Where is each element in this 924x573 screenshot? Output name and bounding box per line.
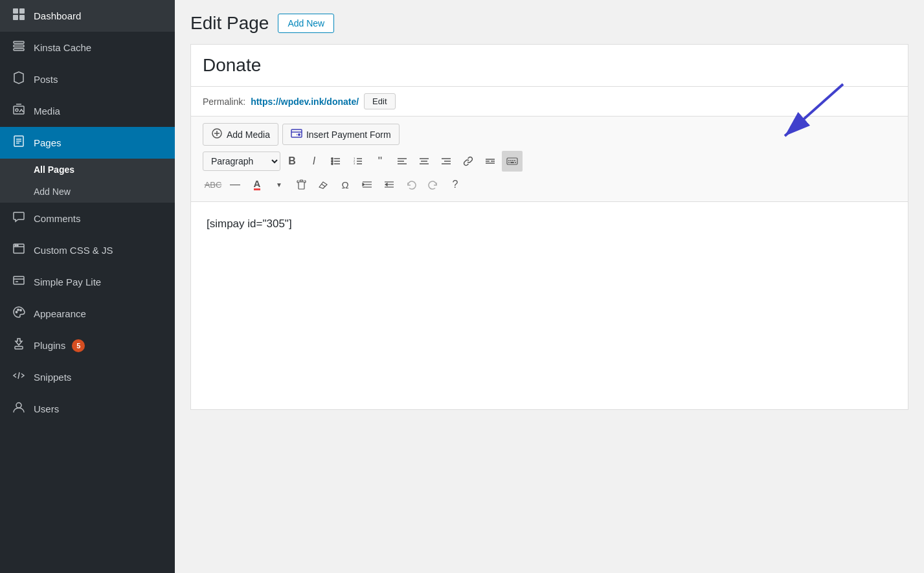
align-left-button[interactable] (392, 151, 412, 172)
permalink-bar: Permalink: https://wpdev.ink/donate/ Edi… (191, 87, 908, 117)
eraser-button[interactable] (313, 174, 333, 195)
add-media-icon (211, 128, 223, 141)
plugins-badge: 5 (72, 339, 85, 352)
sidebar-item-comments[interactable]: Comments (0, 203, 175, 234)
kinsta-cache-icon (10, 39, 27, 56)
unordered-list-button[interactable] (326, 151, 346, 172)
editor-toolbar-row2: ABC — A ▼ Ω (203, 174, 896, 195)
sidebar-item-posts[interactable]: Posts (0, 63, 175, 95)
svg-text:3: 3 (354, 162, 355, 165)
bold-button[interactable]: B (282, 151, 302, 172)
permalink-edit-button[interactable]: Edit (364, 93, 395, 109)
redo-button[interactable] (423, 174, 444, 195)
sidebar-label-posts: Posts (34, 74, 58, 85)
svg-point-22 (20, 309, 21, 311)
svg-point-21 (17, 309, 19, 310)
sidebar-label-media: Media (34, 106, 60, 117)
edit-box: Permalink: https://wpdev.ink/donate/ Edi… (190, 44, 908, 410)
svg-point-15 (15, 245, 16, 246)
sidebar-item-pages[interactable]: Pages (0, 127, 175, 159)
svg-point-33 (298, 133, 300, 136)
add-new-button[interactable]: Add New (278, 14, 334, 33)
strikethrough-button[interactable]: ABC (203, 174, 223, 195)
format-select[interactable]: Paragraph Heading 1 Heading 2 Heading 3 (203, 152, 280, 171)
svg-rect-4 (14, 41, 24, 43)
sidebar-label-pages: Pages (34, 137, 62, 148)
users-icon (10, 401, 27, 417)
sidebar-item-appearance[interactable]: Appearance (0, 298, 175, 330)
svg-point-39 (332, 161, 333, 162)
plugins-icon (10, 337, 27, 354)
special-chars-button[interactable]: Ω (335, 174, 355, 195)
svg-rect-69 (300, 180, 303, 181)
toolbar-area: Add Media Insert Payment Form Paragraph … (191, 117, 908, 202)
comments-icon (10, 210, 27, 227)
svg-point-25 (16, 403, 21, 408)
snippets-icon (10, 369, 27, 385)
sidebar-subitem-all-pages[interactable]: All Pages (0, 159, 175, 181)
main-content: Edit Page Add New Permalink: https://wpd… (175, 0, 924, 573)
title-area (191, 45, 908, 87)
dashboard-icon (10, 8, 27, 24)
link-button[interactable] (458, 151, 479, 172)
appearance-icon (10, 306, 27, 322)
sidebar-item-simple-pay[interactable]: Simple Pay Lite (0, 266, 175, 298)
posts-icon (10, 71, 27, 87)
svg-point-38 (332, 158, 333, 159)
sidebar-item-users[interactable]: Users (0, 393, 175, 425)
indent-button[interactable] (357, 174, 377, 195)
svg-line-70 (321, 184, 325, 186)
sidebar-label-custom-css: Custom CSS & JS (34, 245, 113, 256)
toolbar-top-row: Add Media Insert Payment Form (203, 123, 896, 146)
sidebar-label-kinsta: Kinsta Cache (34, 42, 91, 53)
sidebar-label-simple-pay: Simple Pay Lite (34, 276, 101, 287)
shortcode-content: [simpay id="305"] (207, 218, 292, 230)
editor-toolbar-row1: Paragraph Heading 1 Heading 2 Heading 3 … (203, 151, 896, 172)
insert-payment-button[interactable]: Insert Payment Form (282, 124, 400, 145)
add-media-label: Add Media (227, 129, 270, 140)
editor-content[interactable]: [simpay id="305"] (191, 202, 908, 409)
undo-button[interactable] (401, 174, 422, 195)
sidebar-item-snippets[interactable]: Snippets (0, 361, 175, 393)
add-media-button[interactable]: Add Media (203, 123, 278, 146)
sidebar-label-dashboard: Dashboard (34, 10, 81, 21)
hr-button[interactable]: — (225, 174, 245, 195)
payment-form-icon (291, 128, 302, 140)
svg-rect-31 (291, 129, 302, 137)
svg-rect-0 (13, 8, 18, 14)
sidebar-label-plugins: Plugins (34, 340, 65, 351)
sidebar-item-plugins[interactable]: Plugins 5 (0, 330, 175, 361)
text-color-dropdown[interactable]: ▼ (269, 174, 289, 195)
sidebar-item-media[interactable]: Media (0, 95, 175, 127)
svg-rect-17 (14, 276, 24, 284)
outdent-button[interactable] (379, 174, 400, 195)
sidebar: Dashboard Kinsta Cache Posts Media Pages… (0, 0, 175, 573)
sidebar-item-dashboard[interactable]: Dashboard (0, 0, 175, 32)
svg-rect-23 (15, 346, 23, 349)
more-button[interactable] (480, 151, 501, 172)
sidebar-item-kinsta-cache[interactable]: Kinsta Cache (0, 32, 175, 63)
keyboard-shortcut-button[interactable] (502, 151, 523, 172)
blockquote-button[interactable]: " (370, 151, 390, 172)
italic-button[interactable]: I (304, 151, 324, 172)
ordered-list-button[interactable]: 123 (348, 151, 368, 172)
svg-rect-2 (13, 15, 18, 20)
sidebar-item-custom-css[interactable]: Custom CSS & JS (0, 234, 175, 266)
paste-button[interactable] (291, 174, 311, 195)
pages-icon (10, 135, 27, 151)
svg-rect-68 (299, 182, 304, 189)
svg-rect-6 (14, 49, 24, 51)
align-center-button[interactable] (414, 151, 434, 172)
svg-point-20 (16, 311, 17, 313)
permalink-url[interactable]: https://wpdev.ink/donate/ (251, 96, 359, 107)
text-color-button[interactable]: A (247, 174, 267, 195)
align-right-button[interactable] (436, 151, 456, 172)
sidebar-subitem-add-new[interactable]: Add New (0, 181, 175, 203)
page-title-input[interactable] (203, 55, 896, 76)
svg-point-40 (332, 163, 333, 164)
media-icon (10, 103, 27, 119)
page-title: Edit Page (190, 13, 269, 34)
sidebar-label-snippets: Snippets (34, 372, 71, 383)
permalink-label: Permalink: (203, 96, 245, 107)
help-button[interactable]: ? (445, 174, 466, 195)
